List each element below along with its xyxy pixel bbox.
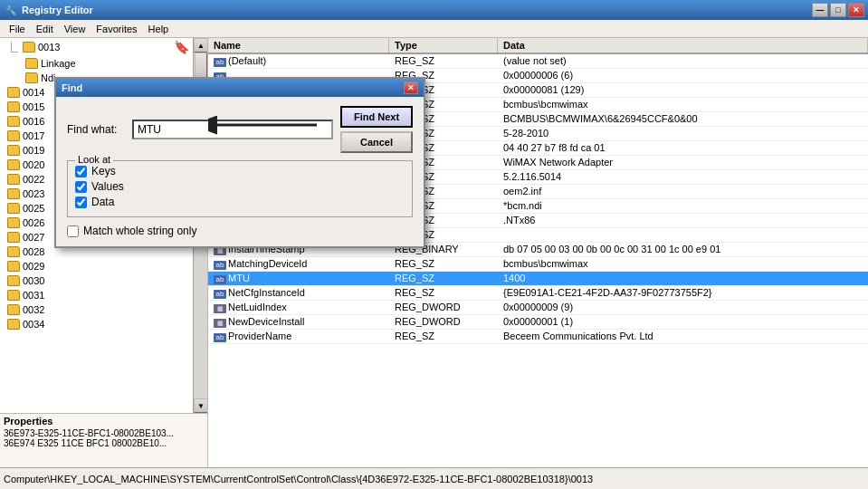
table-row[interactable]: ▦NewDeviceInstall REG_DWORD 0x00000001 (…: [208, 315, 868, 330]
menu-file[interactable]: File: [4, 22, 31, 36]
status-bar: Computer\HKEY_LOCAL_MACHINE\SYSTEM\Curre…: [0, 467, 868, 489]
match-whole-row: Match whole string only: [67, 225, 413, 237]
find-next-button[interactable]: Find Next: [340, 106, 413, 128]
folder-icon: [7, 203, 20, 214]
table-row[interactable]: abProviderName REG_SZ Beceem Communicati…: [208, 330, 868, 344]
menu-view[interactable]: View: [59, 22, 91, 36]
close-button[interactable]: ✕: [848, 3, 864, 17]
tree-item-0029[interactable]: 0029: [0, 259, 193, 273]
folder-icon: [25, 58, 38, 69]
tree-item-0034[interactable]: 0034: [0, 317, 193, 331]
scroll-down-btn[interactable]: ▼: [194, 398, 208, 413]
cell-data: oem2.inf: [498, 185, 868, 198]
checkbox-keys[interactable]: [75, 166, 87, 177]
header-type[interactable]: Type: [389, 38, 498, 53]
folder-icon: [7, 275, 20, 286]
checkbox-match-whole[interactable]: [67, 225, 79, 237]
reg-type-icon: ab: [214, 261, 226, 270]
reg-type-icon: ▦: [214, 319, 226, 328]
cell-name: ▦NewDeviceInstall: [208, 315, 389, 329]
table-header: Name Type Data: [208, 38, 868, 54]
table-row-mtu[interactable]: abMTU REG_SZ 1400: [208, 272, 868, 286]
find-dialog-title-bar: Find ✕: [56, 79, 424, 97]
tree-label: 0019: [23, 145, 44, 156]
table-row[interactable]: ab(Default) REG_SZ (value not set): [208, 54, 868, 69]
tree-label: 0029: [23, 261, 44, 272]
minimize-button[interactable]: —: [812, 3, 828, 17]
match-whole-label[interactable]: Match whole string only: [83, 225, 196, 237]
cell-name: ▦NetLuidIndex: [208, 301, 389, 314]
checkbox-values-row: Values: [75, 180, 405, 193]
cell-data: [498, 228, 868, 242]
folder-icon: [7, 101, 20, 112]
look-at-legend: Look at: [75, 154, 113, 165]
checkbox-keys-label[interactable]: Keys: [91, 165, 116, 177]
cell-type: REG_SZ: [389, 257, 498, 271]
header-name[interactable]: Name: [208, 38, 389, 53]
tree-label: 0034: [23, 319, 44, 330]
tree-item-0030[interactable]: 0030: [0, 273, 193, 288]
cell-name: ab(Default): [208, 54, 389, 68]
look-at-group: Look at Keys Values Data: [67, 160, 413, 217]
tree-label: 0013: [38, 42, 60, 53]
cell-type: REG_SZ: [389, 272, 498, 285]
tree-label: 0031: [23, 290, 44, 301]
title-bar-controls: — □ ✕: [812, 3, 864, 17]
table-row[interactable]: abNetCfgInstanceId REG_SZ {E9E091A1-CE21…: [208, 286, 868, 301]
header-data[interactable]: Data: [498, 38, 868, 53]
scroll-up-btn[interactable]: ▲: [194, 38, 208, 53]
checkbox-values-label[interactable]: Values: [91, 180, 124, 193]
tree-item-linkage[interactable]: Linkage: [0, 56, 193, 71]
cell-data: .NTx86: [498, 214, 868, 227]
tree-label: Linkage: [41, 58, 76, 69]
cell-type: REG_SZ: [389, 54, 498, 68]
cancel-button[interactable]: Cancel: [340, 131, 413, 153]
menu-edit[interactable]: Edit: [31, 22, 59, 36]
tree-label: 0015: [23, 101, 44, 112]
tree-label: 0017: [23, 130, 44, 141]
find-buttons: Find Next Cancel: [340, 106, 413, 153]
checkbox-values[interactable]: [75, 181, 87, 193]
tree-label: 0020: [23, 159, 44, 170]
cell-data: *bcm.ndi: [498, 199, 868, 213]
tree-item-0013[interactable]: 0013 🔖: [0, 38, 193, 56]
maximize-button[interactable]: □: [830, 3, 846, 17]
find-what-input[interactable]: [132, 120, 333, 139]
table-row[interactable]: ▦NetLuidIndex REG_DWORD 0x00000009 (9): [208, 301, 868, 315]
menu-help[interactable]: Help: [143, 22, 175, 36]
properties-section: Properties 36E973-E325-11CE-BFC1-08002BE…: [0, 413, 207, 467]
cell-data: 5.2.116.5014: [498, 170, 868, 184]
properties-item-1: 36E973-E325-11CE-BFC1-08002BE103...: [4, 428, 204, 438]
cell-type: REG_DWORD: [389, 301, 498, 314]
find-dialog-close-button[interactable]: ✕: [404, 82, 418, 94]
table-row[interactable]: abMatchingDeviceId REG_SZ bcmbus\bcmwima…: [208, 257, 868, 272]
cell-data: (value not set): [498, 54, 868, 68]
tree-label: 0014: [23, 87, 44, 98]
tree-item-0031[interactable]: 0031: [0, 288, 193, 302]
folder-icon: [25, 72, 38, 83]
checkbox-data[interactable]: [75, 197, 87, 208]
tree-label: 0023: [23, 188, 44, 199]
folder-icon: [7, 159, 20, 170]
cell-data: 0x00000001 (1): [498, 315, 868, 329]
folder-icon: [7, 232, 20, 243]
menu-favorites[interactable]: Favorites: [91, 22, 142, 36]
reg-type-icon: ▦: [214, 304, 226, 313]
folder-icon: [7, 319, 20, 330]
tree-label: 0030: [23, 275, 44, 286]
tree-item-0032[interactable]: 0032: [0, 302, 193, 317]
cell-data: bcmbus\bcmwimax: [498, 257, 868, 271]
menu-bar: File Edit View Favorites Help: [0, 20, 868, 38]
folder-icon: [7, 116, 20, 127]
tree-label: 0026: [23, 217, 44, 228]
cell-data: 5-28-2010: [498, 127, 868, 140]
title-bar: 🔧 Registry Editor — □ ✕: [0, 0, 868, 20]
cell-data: Beceem Communications Pvt. Ltd: [498, 330, 868, 343]
scroll-thumb[interactable]: [195, 53, 207, 80]
cell-type: REG_SZ: [389, 286, 498, 300]
checkbox-data-label[interactable]: Data: [91, 196, 114, 208]
find-what-row: Find what: Find Next Cancel: [67, 106, 413, 153]
folder-icon: [7, 145, 20, 156]
folder-icon: [7, 261, 20, 272]
tree-label: 0025: [23, 203, 44, 214]
